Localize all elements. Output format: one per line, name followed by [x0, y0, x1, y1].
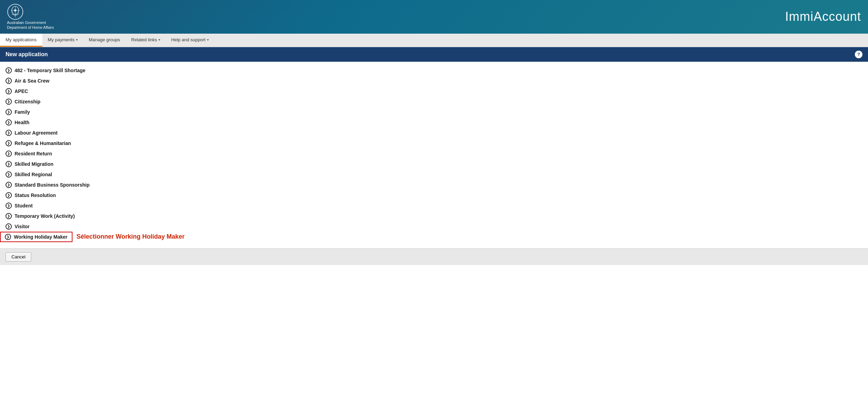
list-item-visitor[interactable]: Visitor: [0, 221, 868, 232]
coat-of-arms-icon: [7, 3, 24, 20]
help-icon[interactable]: ?: [855, 51, 862, 58]
svg-point-4: [14, 9, 16, 11]
selection-instruction-text: Sélectionner Working Holiday Maker: [77, 233, 185, 240]
list-item-skilled-migration-label: Skilled Migration: [15, 161, 53, 167]
list-item-status-resolution-icon: [6, 192, 12, 198]
related-links-arrow-icon: ▾: [158, 38, 160, 42]
list-item-labour-agreement-icon: [6, 130, 12, 136]
list-item-482-label: 482 - Temporary Skill Shortage: [15, 68, 85, 73]
main-content: New application ? 482 - Temporary Skill …: [0, 47, 868, 265]
list-item-skilled-regional-icon: [6, 171, 12, 178]
list-item-family-label: Family: [15, 109, 30, 115]
list-item-refugee-humanitarian-icon: [6, 140, 12, 146]
list-item-skilled-migration[interactable]: Skilled Migration: [0, 159, 868, 169]
list-item-health-label: Health: [15, 120, 29, 125]
list-item-labour-agreement-label: Labour Agreement: [15, 130, 58, 136]
list-item-resident-return-label: Resident Return: [15, 151, 52, 156]
list-item-standard-business-sponsorship-icon: [6, 182, 12, 188]
list-item-working-holiday-maker-icon: [5, 234, 11, 240]
list-item-skilled-migration-icon: [6, 161, 12, 167]
list-item-air-sea-crew-label: Air & Sea Crew: [15, 78, 49, 84]
app-title: ImmiAccount: [785, 9, 861, 24]
list-item-citizenship[interactable]: Citizenship: [0, 96, 868, 107]
list-item-working-holiday-maker[interactable]: Working Holiday Maker: [0, 232, 72, 242]
section-header: New application ?: [0, 47, 868, 62]
list-item-working-holiday-maker-label: Working Holiday Maker: [14, 234, 68, 240]
footer-bar: Cancel: [0, 248, 868, 265]
list-item-482-icon: [6, 67, 12, 74]
list-item-standard-business-sponsorship[interactable]: Standard Business Sponsorship: [0, 180, 868, 190]
list-item-refugee-humanitarian[interactable]: Refugee & Humanitarian: [0, 138, 868, 148]
list-item-health-icon: [6, 119, 12, 126]
my-payments-arrow-icon: ▾: [76, 38, 78, 42]
list-item-apec-icon: [6, 88, 12, 94]
cancel-button[interactable]: Cancel: [6, 252, 31, 262]
list-item-citizenship-icon: [6, 99, 12, 105]
gov-name: Australian Government Department of Home…: [7, 20, 54, 30]
list-item-status-resolution-label: Status Resolution: [15, 193, 56, 198]
list-item-visitor-icon: [6, 223, 12, 230]
list-item-standard-business-sponsorship-label: Standard Business Sponsorship: [15, 182, 89, 188]
list-item-resident-return[interactable]: Resident Return: [0, 148, 868, 159]
nav-my-payments[interactable]: My payments ▾: [42, 34, 83, 47]
list-item-student[interactable]: Student: [0, 200, 868, 211]
list-item-skilled-regional[interactable]: Skilled Regional: [0, 169, 868, 180]
logo-block: Australian Government Department of Home…: [7, 3, 54, 30]
list-item-temporary-work-activity-icon: [6, 213, 12, 219]
list-item-refugee-humanitarian-label: Refugee & Humanitarian: [15, 140, 71, 146]
list-item-status-resolution[interactable]: Status Resolution: [0, 190, 868, 200]
list-item-apec-label: APEC: [15, 88, 28, 94]
list-item-apec[interactable]: APEC: [0, 86, 868, 96]
list-item-temporary-work-activity[interactable]: Temporary Work (Activity): [0, 211, 868, 221]
list-item-family-icon: [6, 109, 12, 115]
help-support-arrow-icon: ▾: [207, 38, 209, 42]
list-item-health[interactable]: Health: [0, 117, 868, 128]
nav-my-applications[interactable]: My applications: [0, 34, 42, 47]
list-item-resident-return-icon: [6, 151, 12, 157]
nav-manage-groups[interactable]: Manage groups: [83, 34, 126, 47]
page-header: Australian Government Department of Home…: [0, 0, 868, 34]
main-navbar: My applications My payments ▾ Manage gro…: [0, 34, 868, 47]
list-item-skilled-regional-label: Skilled Regional: [15, 172, 52, 177]
list-item-student-label: Student: [15, 203, 33, 208]
section-title: New application: [6, 51, 48, 58]
list-item-citizenship-label: Citizenship: [15, 99, 41, 104]
list-item-temporary-work-activity-label: Temporary Work (Activity): [15, 213, 75, 219]
nav-related-links[interactable]: Related links ▾: [126, 34, 165, 47]
application-list: 482 - Temporary Skill Shortage Air & Sea…: [0, 62, 868, 246]
list-item-labour-agreement[interactable]: Labour Agreement: [0, 128, 868, 138]
list-item-482[interactable]: 482 - Temporary Skill Shortage: [0, 65, 868, 76]
list-item-air-sea-crew[interactable]: Air & Sea Crew: [0, 76, 868, 86]
list-item-visitor-label: Visitor: [15, 224, 29, 229]
list-item-family[interactable]: Family: [0, 107, 868, 117]
nav-help-and-support[interactable]: Help and support ▾: [166, 34, 214, 47]
list-item-student-icon: [6, 203, 12, 209]
list-item-air-sea-crew-icon: [6, 78, 12, 84]
